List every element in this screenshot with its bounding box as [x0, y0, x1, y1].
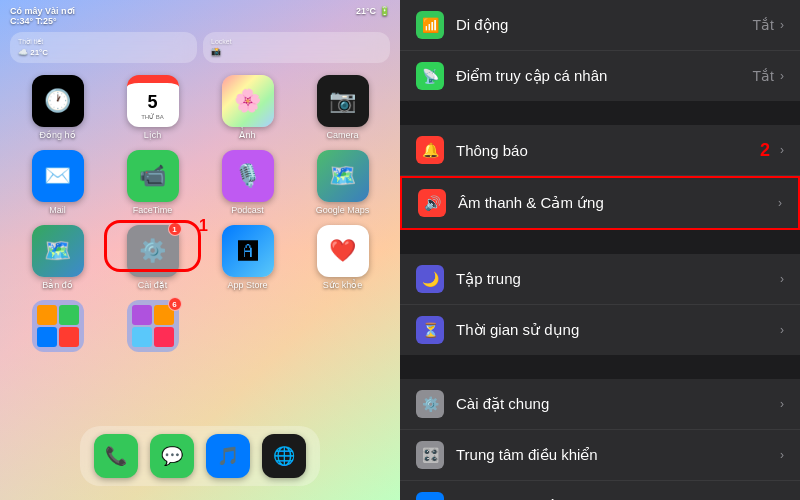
app-google-maps[interactable]: 🗺️ Google Maps [299, 150, 386, 215]
app-label-dong-ho: Đồng hồ [39, 130, 75, 140]
app-suc-khoe[interactable]: ❤️ Sức khỏe [299, 225, 386, 290]
temperature-range: C:34° T:25° [10, 16, 75, 26]
locket-widget[interactable]: Locket 📸 [203, 32, 390, 63]
settings-item-di-dong[interactable]: 📶 Di động Tắt › [400, 0, 800, 51]
app-grid-row4: 6 [0, 296, 400, 359]
cai-dat-chung-chevron: › [780, 397, 784, 411]
app-label-facetime: FaceTime [133, 205, 173, 215]
settings-section-3: 🌙 Tập trung › ⏳ Thời gian sử dụng › [400, 254, 800, 355]
settings-item-cai-dat-chung[interactable]: ⚙️ Cài đặt chung › [400, 379, 800, 430]
di-dong-chevron: › [780, 18, 784, 32]
app-empty1 [204, 300, 291, 355]
app-icon-camera: 📷 [317, 75, 369, 127]
settings-section-2: 🔔 Thông báo 2 › 🔊 Âm thanh & Cảm ứng › [400, 125, 800, 230]
settings-section-1: 📶 Di động Tắt › 📡 Điểm truy cập cá nhân … [400, 0, 800, 101]
weather-widget[interactable]: Thời tiết ☁️ 21°C [10, 32, 197, 63]
app-facetime[interactable]: 📹 FaceTime [109, 150, 196, 215]
app-folder2[interactable]: 6 [109, 300, 196, 355]
app-icon-ban-do: 🗺️ [32, 225, 84, 277]
am-thanh-label: Âm thanh & Cảm ứng [458, 194, 778, 212]
dock-app-3[interactable]: 🎵 [206, 434, 250, 478]
app-podcast[interactable]: 🎙️ Podcast [204, 150, 291, 215]
app-icon-podcast: 🎙️ [222, 150, 274, 202]
status-right: 21°C 🔋 [356, 6, 390, 16]
diem-truy-cap-icon: 📡 [416, 62, 444, 90]
thoi-gian-chevron: › [780, 323, 784, 337]
settings-section-4: ⚙️ Cài đặt chung › 🎛️ Trung tâm điều khi… [400, 379, 800, 500]
app-grid-row2: ✉️ Mail 📹 FaceTime 🎙️ Podcast 🗺️ Google … [0, 146, 400, 219]
location-temp: 21°C [356, 6, 376, 16]
folder2-badge: 6 [168, 297, 182, 311]
app-app-store[interactable]: 🅰 App Store [204, 225, 291, 290]
app-icon-cai-dat: ⚙️ 1 [127, 225, 179, 277]
iphone-home-screen: Có mây Vài nơi C:34° T:25° 21°C 🔋 Thời t… [0, 0, 400, 500]
tap-trung-icon: 🌙 [416, 265, 444, 293]
step-number-2: 2 [760, 140, 770, 161]
app-cai-dat[interactable]: 1 ⚙️ 1 Cài đặt [109, 225, 196, 290]
app-icon-dong-ho: 🕐 [32, 75, 84, 127]
widget-title-locket: Locket [211, 38, 382, 45]
diem-truy-cap-chevron: › [780, 69, 784, 83]
settings-item-trung-tam[interactable]: 🎛️ Trung tâm điều khiển › [400, 430, 800, 481]
thoi-gian-label: Thời gian sử dụng [456, 321, 780, 339]
app-folder1[interactable] [14, 300, 101, 355]
widgets-row: Thời tiết ☁️ 21°C Locket 📸 [0, 28, 400, 67]
app-label-anh: Ảnh [239, 130, 255, 140]
app-empty2 [299, 300, 386, 355]
settings-item-diem-truy-cap[interactable]: 📡 Điểm truy cập cá nhân Tắt › [400, 51, 800, 101]
app-camera[interactable]: 📷 Camera [299, 75, 386, 140]
section-gap-1 [400, 103, 800, 125]
app-icon-app-store: 🅰 [222, 225, 274, 277]
app-icon-facetime: 📹 [127, 150, 179, 202]
section-gap-2 [400, 232, 800, 254]
trung-tam-chevron: › [780, 448, 784, 462]
app-label-suc-khoe: Sức khỏe [323, 280, 363, 290]
cai-dat-badge: 1 [168, 222, 182, 236]
app-label-camera: Camera [326, 130, 358, 140]
battery-icon: 🔋 [379, 6, 390, 16]
app-lich[interactable]: 5 THỨ BA Lịch [109, 75, 196, 140]
widget-content-locket: 📸 [211, 47, 382, 56]
dock-icon-1: 📞 [94, 434, 138, 478]
tap-trung-label: Tập trung [456, 270, 780, 288]
app-icon-lich: 5 THỨ BA [127, 75, 179, 127]
app-icon-google-maps: 🗺️ [317, 150, 369, 202]
app-dong-ho[interactable]: 🕐 Đồng hồ [14, 75, 101, 140]
dock-icon-4: 🌐 [262, 434, 306, 478]
settings-item-tap-trung[interactable]: 🌙 Tập trung › [400, 254, 800, 305]
app-label-podcast: Podcast [231, 205, 264, 215]
settings-item-am-thanh[interactable]: 🔊 Âm thanh & Cảm ứng › [400, 176, 800, 230]
weather-widget-small: Có mây Vài nơi C:34° T:25° [10, 6, 75, 26]
app-label-google-maps: Google Maps [316, 205, 370, 215]
settings-item-thoi-gian[interactable]: ⏳ Thời gian sử dụng › [400, 305, 800, 355]
diem-truy-cap-label: Điểm truy cập cá nhân [456, 67, 753, 85]
step-number-1: 1 [199, 217, 208, 235]
dock-app-2[interactable]: 💬 [150, 434, 194, 478]
di-dong-label: Di động [456, 16, 753, 34]
app-label-lich: Lịch [144, 130, 162, 140]
thong-bao-icon: 🔔 [416, 136, 444, 164]
app-label-mail: Mail [49, 205, 66, 215]
app-label-cai-dat: Cài đặt [138, 280, 168, 290]
folder-icon-2: 6 [127, 300, 179, 352]
settings-item-thong-bao[interactable]: 🔔 Thông báo 2 › [400, 125, 800, 176]
app-ban-do[interactable]: 🗺️ Bản đồ [14, 225, 101, 290]
app-label-app-store: App Store [227, 280, 267, 290]
di-dong-value: Tắt [753, 17, 774, 33]
dock-icon-3: 🎵 [206, 434, 250, 478]
app-grid-row3: 🗺️ Bản đồ 1 ⚙️ 1 Cài đặt 🅰 App Store ❤️ [0, 221, 400, 294]
app-icon-mail: ✉️ [32, 150, 84, 202]
trung-tam-label: Trung tâm điều khiển [456, 446, 780, 464]
app-icon-anh: 🌸 [222, 75, 274, 127]
dock-app-1[interactable]: 📞 [94, 434, 138, 478]
dock: 📞 💬 🎵 🌐 [80, 426, 320, 486]
app-anh[interactable]: 🌸 Ảnh [204, 75, 291, 140]
app-mail[interactable]: ✉️ Mail [14, 150, 101, 215]
man-hinh-icon: AA [416, 492, 444, 500]
widget-title-weather: Thời tiết [18, 38, 189, 46]
settings-item-man-hinh[interactable]: AA Màn hình & Độ sáng › [400, 481, 800, 500]
section-gap-3 [400, 357, 800, 379]
widget-content-weather: ☁️ 21°C [18, 48, 189, 57]
dock-app-4[interactable]: 🌐 [262, 434, 306, 478]
am-thanh-chevron: › [778, 196, 782, 210]
